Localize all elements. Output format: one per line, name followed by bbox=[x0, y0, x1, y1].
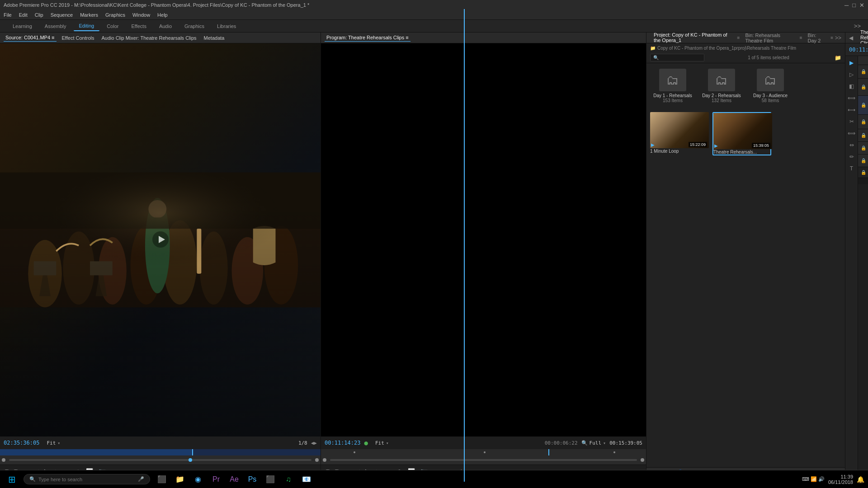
taskbar-mic-icon[interactable]: 🎤 bbox=[138, 476, 144, 482]
taskbar-search-input[interactable] bbox=[38, 477, 129, 482]
track-v2-lock[interactable]: 🔒 bbox=[860, 84, 867, 90]
tab-color[interactable]: Color bbox=[101, 22, 124, 31]
folder-day1-rehearsals[interactable]: 🗂 Day 1 - Rehearsals 153 Items bbox=[650, 67, 695, 105]
source-tab-audio-mixer[interactable]: Audio Clip Mixer: Theatre Rehearsals Cli… bbox=[99, 34, 198, 42]
program-zoom-full-control[interactable]: 🔍 Full ▾ bbox=[581, 440, 606, 446]
program-scrubber-track[interactable] bbox=[330, 459, 637, 461]
menu-graphics[interactable]: Graphics bbox=[105, 12, 125, 18]
source-scrubber-track[interactable] bbox=[9, 459, 311, 461]
tool-track-select[interactable]: ▷ bbox=[847, 70, 857, 80]
taskbar-more-apps[interactable]: ⬛ bbox=[262, 471, 278, 488]
taskbar-mail[interactable]: 📧 bbox=[298, 471, 315, 488]
source-zoom-control[interactable]: Fit ▾ bbox=[47, 440, 60, 446]
menu-file[interactable]: File bbox=[4, 12, 12, 18]
tab-learning[interactable]: Learning bbox=[7, 22, 38, 31]
tool-text[interactable]: T bbox=[847, 164, 857, 174]
tracks-container: 00:10:29:08 00:10:44:08 00:10:59:08 00:1… bbox=[858, 56, 868, 478]
project-tab[interactable]: Project: Copy of KC - Phantom of the Ope… bbox=[650, 31, 736, 45]
program-timecode[interactable]: 00:11:14:23 bbox=[325, 440, 360, 446]
taskbar-spotify[interactable]: ♫ bbox=[280, 471, 297, 488]
tool-ripple[interactable]: ◧ bbox=[847, 81, 857, 91]
bins-search-container[interactable]: 🔍 bbox=[650, 54, 704, 61]
bins-panel: Project: Copy of KC - Phantom of the Ope… bbox=[646, 33, 845, 478]
taskbar-premiere[interactable]: Pr bbox=[208, 471, 224, 488]
bins-search-input[interactable] bbox=[659, 55, 704, 60]
source-timeline-bar[interactable] bbox=[0, 449, 321, 455]
menu-markers[interactable]: Markers bbox=[80, 12, 98, 18]
source-tab-effect-controls[interactable]: Effect Controls bbox=[60, 34, 96, 42]
play-overlay-icon[interactable] bbox=[151, 230, 170, 249]
bin-day2-arrow[interactable]: ≡ bbox=[830, 35, 833, 40]
timeline-timecode[interactable]: 00:11:14:23 bbox=[849, 47, 868, 53]
track-v1-lock[interactable]: 🔒 bbox=[860, 102, 867, 108]
taskbar-search-box[interactable]: 🔍 🎤 bbox=[24, 474, 150, 484]
system-tray-icons[interactable]: ⌨ 📶 🔊 bbox=[802, 476, 825, 482]
track-a2-lock[interactable]: 🔒 bbox=[860, 132, 867, 138]
tool-razor[interactable]: ✂ bbox=[847, 117, 857, 127]
tool-selection[interactable]: ▶ bbox=[847, 58, 857, 68]
tool-slide[interactable]: ⇔ bbox=[847, 140, 857, 150]
program-zoom-full-label[interactable]: Full bbox=[590, 440, 602, 446]
taskbar-file-explorer[interactable]: 📁 bbox=[172, 471, 188, 488]
menu-edit[interactable]: Edit bbox=[19, 12, 28, 18]
maximize-button[interactable]: □ bbox=[852, 2, 856, 9]
bins-more-button[interactable]: >> bbox=[835, 35, 841, 41]
tab-editing[interactable]: Editing bbox=[74, 21, 100, 31]
ps-icon: Ps bbox=[248, 475, 257, 483]
menu-clip[interactable]: Clip bbox=[35, 12, 43, 18]
clip-theatre-rehearsals[interactable]: 15:39:05 ▶ Theatre Rehearsals... bbox=[712, 112, 771, 155]
taskbar-task-view[interactable]: ⬛ bbox=[154, 471, 170, 488]
track-a4-lock[interactable]: 🔒 bbox=[860, 158, 867, 164]
tab-libraries[interactable]: Libraries bbox=[212, 22, 241, 31]
taskbar-ae[interactable]: Ae bbox=[226, 471, 242, 488]
clip-1-minute-loop[interactable]: 15:22:09 ▶ 1 Minute Loop bbox=[650, 112, 709, 155]
close-button[interactable]: ✕ bbox=[859, 2, 864, 9]
menu-window[interactable]: Window bbox=[132, 12, 150, 18]
track-a3-lock[interactable]: 🔒 bbox=[860, 145, 867, 151]
tab-graphics[interactable]: Graphics bbox=[179, 22, 210, 31]
source-timecode[interactable]: 02:35:36:05 bbox=[4, 440, 39, 446]
source-tab-clip[interactable]: Source: C0041.MP4 ≡ bbox=[4, 34, 57, 42]
tool-rate-stretch[interactable]: ⟷ bbox=[847, 105, 857, 115]
timeline-scrollbar[interactable] bbox=[858, 178, 868, 184]
folder-day2-rehearsals[interactable]: 🗂 Day 2 - Rehearsals 132 Items bbox=[699, 67, 744, 105]
tab-assembly[interactable]: Assembly bbox=[39, 22, 72, 31]
program-timeline-bar[interactable] bbox=[321, 449, 646, 455]
program-zoom-arrow[interactable]: ▾ bbox=[386, 441, 389, 446]
bin-tab-arrow2[interactable]: ≡ bbox=[800, 35, 802, 40]
source-tab-metadata[interactable]: Metadata bbox=[202, 34, 226, 42]
taskbar-browser[interactable]: ◉ bbox=[190, 471, 206, 488]
folder-day3-audience[interactable]: 🗂 Day 3 - Audience 58 Items bbox=[748, 67, 793, 105]
menu-help[interactable]: Help bbox=[157, 12, 168, 18]
tool-pen[interactable]: ✏ bbox=[847, 152, 857, 162]
taskbar-clock[interactable]: 11:39 06/11/2018 bbox=[828, 474, 853, 485]
track-v3-lock[interactable]: 🔒 bbox=[860, 69, 867, 75]
bin-day2-tab[interactable]: Bin: Day 2 bbox=[804, 32, 829, 44]
tool-slip[interactable]: ⟺ bbox=[847, 128, 857, 138]
svg-point-10 bbox=[148, 200, 166, 218]
source-scrubber[interactable] bbox=[0, 455, 321, 465]
bins-create-folder[interactable]: 📁 bbox=[835, 55, 841, 61]
menu-sequence[interactable]: Sequence bbox=[51, 12, 73, 18]
track-a1-lock[interactable]: 🔒 bbox=[860, 119, 867, 125]
track-a1: 🔒 M S A1 ◀ ▶ bbox=[858, 115, 868, 129]
program-scrubber[interactable] bbox=[321, 455, 646, 465]
program-zoom-control[interactable]: Fit ▾ bbox=[375, 440, 389, 446]
tab-audio[interactable]: Audio bbox=[154, 22, 177, 31]
bin-rehearsals-tab[interactable]: Bin: Rehearsals Theatre Film bbox=[741, 32, 797, 44]
notifications-button[interactable]: 🔔 bbox=[857, 476, 864, 483]
minimize-button[interactable]: ─ bbox=[844, 2, 849, 9]
tool-rolling[interactable]: ⟺ bbox=[847, 93, 857, 103]
timeline-left-arrow[interactable]: ◀ bbox=[849, 35, 853, 41]
program-zoom-full-arrow[interactable]: ▾ bbox=[603, 441, 606, 446]
start-button[interactable]: ⊞ bbox=[4, 471, 20, 488]
program-header-label[interactable]: Program: Theatre Rehearsals Clips ≡ bbox=[325, 34, 410, 42]
track-master-lock[interactable]: 🔒 bbox=[860, 169, 867, 175]
taskbar-ps[interactable]: Ps bbox=[244, 471, 260, 488]
window-controls[interactable]: ─ □ ✕ bbox=[844, 2, 864, 9]
bin-tab-arrow[interactable]: ≡ bbox=[737, 35, 740, 40]
source-scale-arrows[interactable]: ◀▶ bbox=[311, 440, 317, 446]
tab-effects[interactable]: Effects bbox=[126, 22, 151, 31]
taskbar: ⊞ 🔍 🎤 ⬛ 📁 ◉ Pr Ae Ps ⬛ ♫ 📧 ⌨ 📶 🔊 11:39 0… bbox=[0, 470, 868, 488]
source-zoom-arrow[interactable]: ▾ bbox=[57, 441, 60, 446]
